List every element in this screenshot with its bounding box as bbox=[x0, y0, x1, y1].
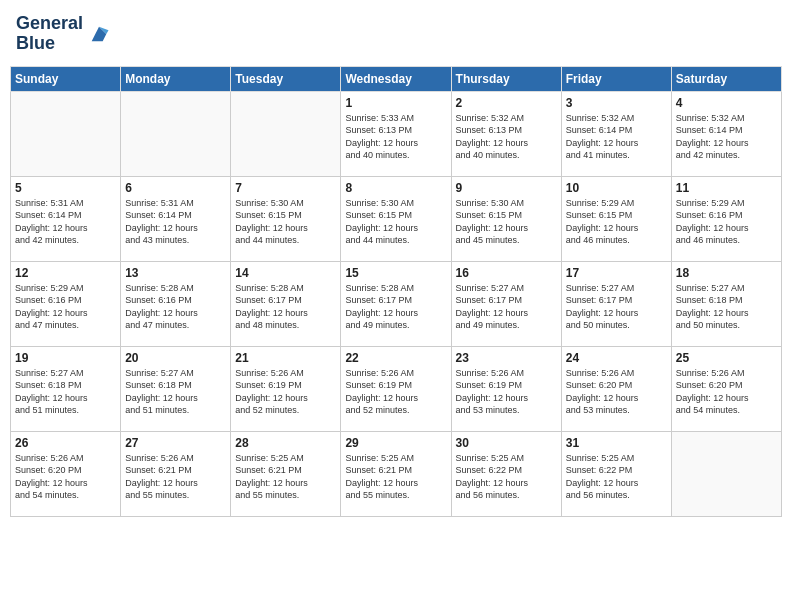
calendar-cell: 18Sunrise: 5:27 AM Sunset: 6:18 PM Dayli… bbox=[671, 261, 781, 346]
calendar-cell: 15Sunrise: 5:28 AM Sunset: 6:17 PM Dayli… bbox=[341, 261, 451, 346]
day-number: 10 bbox=[566, 181, 667, 195]
day-number: 3 bbox=[566, 96, 667, 110]
day-info: Sunrise: 5:25 AM Sunset: 6:21 PM Dayligh… bbox=[235, 452, 336, 502]
day-number: 26 bbox=[15, 436, 116, 450]
calendar-cell: 14Sunrise: 5:28 AM Sunset: 6:17 PM Dayli… bbox=[231, 261, 341, 346]
calendar-cell: 16Sunrise: 5:27 AM Sunset: 6:17 PM Dayli… bbox=[451, 261, 561, 346]
logo-text: GeneralBlue bbox=[16, 14, 83, 54]
day-number: 7 bbox=[235, 181, 336, 195]
day-info: Sunrise: 5:30 AM Sunset: 6:15 PM Dayligh… bbox=[456, 197, 557, 247]
calendar-cell bbox=[11, 91, 121, 176]
day-info: Sunrise: 5:29 AM Sunset: 6:15 PM Dayligh… bbox=[566, 197, 667, 247]
calendar-week-1: 1Sunrise: 5:33 AM Sunset: 6:13 PM Daylig… bbox=[11, 91, 782, 176]
day-number: 11 bbox=[676, 181, 777, 195]
day-number: 20 bbox=[125, 351, 226, 365]
calendar-cell: 29Sunrise: 5:25 AM Sunset: 6:21 PM Dayli… bbox=[341, 431, 451, 516]
day-number: 8 bbox=[345, 181, 446, 195]
calendar-header-friday: Friday bbox=[561, 66, 671, 91]
calendar-header-thursday: Thursday bbox=[451, 66, 561, 91]
day-number: 31 bbox=[566, 436, 667, 450]
day-info: Sunrise: 5:27 AM Sunset: 6:18 PM Dayligh… bbox=[15, 367, 116, 417]
calendar-cell: 22Sunrise: 5:26 AM Sunset: 6:19 PM Dayli… bbox=[341, 346, 451, 431]
day-number: 25 bbox=[676, 351, 777, 365]
calendar-cell bbox=[231, 91, 341, 176]
logo-icon bbox=[88, 23, 110, 45]
calendar-cell: 30Sunrise: 5:25 AM Sunset: 6:22 PM Dayli… bbox=[451, 431, 561, 516]
day-number: 12 bbox=[15, 266, 116, 280]
day-number: 5 bbox=[15, 181, 116, 195]
calendar-header-monday: Monday bbox=[121, 66, 231, 91]
calendar-cell: 5Sunrise: 5:31 AM Sunset: 6:14 PM Daylig… bbox=[11, 176, 121, 261]
calendar-cell: 7Sunrise: 5:30 AM Sunset: 6:15 PM Daylig… bbox=[231, 176, 341, 261]
calendar-cell: 26Sunrise: 5:26 AM Sunset: 6:20 PM Dayli… bbox=[11, 431, 121, 516]
day-info: Sunrise: 5:27 AM Sunset: 6:17 PM Dayligh… bbox=[566, 282, 667, 332]
day-info: Sunrise: 5:31 AM Sunset: 6:14 PM Dayligh… bbox=[125, 197, 226, 247]
day-info: Sunrise: 5:30 AM Sunset: 6:15 PM Dayligh… bbox=[235, 197, 336, 247]
calendar-cell: 9Sunrise: 5:30 AM Sunset: 6:15 PM Daylig… bbox=[451, 176, 561, 261]
calendar-cell: 1Sunrise: 5:33 AM Sunset: 6:13 PM Daylig… bbox=[341, 91, 451, 176]
day-info: Sunrise: 5:28 AM Sunset: 6:16 PM Dayligh… bbox=[125, 282, 226, 332]
calendar-cell: 6Sunrise: 5:31 AM Sunset: 6:14 PM Daylig… bbox=[121, 176, 231, 261]
day-info: Sunrise: 5:27 AM Sunset: 6:17 PM Dayligh… bbox=[456, 282, 557, 332]
day-number: 16 bbox=[456, 266, 557, 280]
day-info: Sunrise: 5:30 AM Sunset: 6:15 PM Dayligh… bbox=[345, 197, 446, 247]
day-number: 18 bbox=[676, 266, 777, 280]
day-info: Sunrise: 5:26 AM Sunset: 6:20 PM Dayligh… bbox=[15, 452, 116, 502]
calendar-cell: 27Sunrise: 5:26 AM Sunset: 6:21 PM Dayli… bbox=[121, 431, 231, 516]
day-info: Sunrise: 5:28 AM Sunset: 6:17 PM Dayligh… bbox=[345, 282, 446, 332]
calendar-cell: 4Sunrise: 5:32 AM Sunset: 6:14 PM Daylig… bbox=[671, 91, 781, 176]
day-info: Sunrise: 5:33 AM Sunset: 6:13 PM Dayligh… bbox=[345, 112, 446, 162]
day-number: 27 bbox=[125, 436, 226, 450]
calendar-cell: 12Sunrise: 5:29 AM Sunset: 6:16 PM Dayli… bbox=[11, 261, 121, 346]
calendar-week-2: 5Sunrise: 5:31 AM Sunset: 6:14 PM Daylig… bbox=[11, 176, 782, 261]
calendar-cell: 2Sunrise: 5:32 AM Sunset: 6:13 PM Daylig… bbox=[451, 91, 561, 176]
calendar-cell: 28Sunrise: 5:25 AM Sunset: 6:21 PM Dayli… bbox=[231, 431, 341, 516]
day-info: Sunrise: 5:26 AM Sunset: 6:19 PM Dayligh… bbox=[235, 367, 336, 417]
calendar-cell: 11Sunrise: 5:29 AM Sunset: 6:16 PM Dayli… bbox=[671, 176, 781, 261]
day-number: 17 bbox=[566, 266, 667, 280]
calendar-week-3: 12Sunrise: 5:29 AM Sunset: 6:16 PM Dayli… bbox=[11, 261, 782, 346]
day-info: Sunrise: 5:29 AM Sunset: 6:16 PM Dayligh… bbox=[15, 282, 116, 332]
day-number: 15 bbox=[345, 266, 446, 280]
day-info: Sunrise: 5:32 AM Sunset: 6:13 PM Dayligh… bbox=[456, 112, 557, 162]
day-info: Sunrise: 5:25 AM Sunset: 6:22 PM Dayligh… bbox=[566, 452, 667, 502]
calendar-cell: 24Sunrise: 5:26 AM Sunset: 6:20 PM Dayli… bbox=[561, 346, 671, 431]
calendar-cell: 3Sunrise: 5:32 AM Sunset: 6:14 PM Daylig… bbox=[561, 91, 671, 176]
day-number: 14 bbox=[235, 266, 336, 280]
calendar-cell: 17Sunrise: 5:27 AM Sunset: 6:17 PM Dayli… bbox=[561, 261, 671, 346]
calendar-week-4: 19Sunrise: 5:27 AM Sunset: 6:18 PM Dayli… bbox=[11, 346, 782, 431]
day-number: 22 bbox=[345, 351, 446, 365]
calendar-cell: 19Sunrise: 5:27 AM Sunset: 6:18 PM Dayli… bbox=[11, 346, 121, 431]
day-number: 6 bbox=[125, 181, 226, 195]
calendar-cell: 13Sunrise: 5:28 AM Sunset: 6:16 PM Dayli… bbox=[121, 261, 231, 346]
day-info: Sunrise: 5:26 AM Sunset: 6:20 PM Dayligh… bbox=[566, 367, 667, 417]
day-number: 9 bbox=[456, 181, 557, 195]
day-info: Sunrise: 5:26 AM Sunset: 6:20 PM Dayligh… bbox=[676, 367, 777, 417]
calendar-table: SundayMondayTuesdayWednesdayThursdayFrid… bbox=[10, 66, 782, 517]
logo: GeneralBlue bbox=[16, 14, 110, 54]
calendar-header-sunday: Sunday bbox=[11, 66, 121, 91]
day-number: 24 bbox=[566, 351, 667, 365]
day-info: Sunrise: 5:28 AM Sunset: 6:17 PM Dayligh… bbox=[235, 282, 336, 332]
day-info: Sunrise: 5:32 AM Sunset: 6:14 PM Dayligh… bbox=[566, 112, 667, 162]
calendar-header-tuesday: Tuesday bbox=[231, 66, 341, 91]
day-info: Sunrise: 5:29 AM Sunset: 6:16 PM Dayligh… bbox=[676, 197, 777, 247]
day-info: Sunrise: 5:26 AM Sunset: 6:21 PM Dayligh… bbox=[125, 452, 226, 502]
day-number: 19 bbox=[15, 351, 116, 365]
day-number: 28 bbox=[235, 436, 336, 450]
day-info: Sunrise: 5:27 AM Sunset: 6:18 PM Dayligh… bbox=[125, 367, 226, 417]
calendar-cell: 31Sunrise: 5:25 AM Sunset: 6:22 PM Dayli… bbox=[561, 431, 671, 516]
calendar-cell: 8Sunrise: 5:30 AM Sunset: 6:15 PM Daylig… bbox=[341, 176, 451, 261]
calendar-header-wednesday: Wednesday bbox=[341, 66, 451, 91]
day-number: 13 bbox=[125, 266, 226, 280]
day-info: Sunrise: 5:25 AM Sunset: 6:21 PM Dayligh… bbox=[345, 452, 446, 502]
page-header: GeneralBlue bbox=[10, 10, 782, 58]
calendar-cell: 23Sunrise: 5:26 AM Sunset: 6:19 PM Dayli… bbox=[451, 346, 561, 431]
calendar-header-row: SundayMondayTuesdayWednesdayThursdayFrid… bbox=[11, 66, 782, 91]
day-number: 30 bbox=[456, 436, 557, 450]
day-number: 2 bbox=[456, 96, 557, 110]
calendar-cell bbox=[671, 431, 781, 516]
calendar-cell: 10Sunrise: 5:29 AM Sunset: 6:15 PM Dayli… bbox=[561, 176, 671, 261]
calendar-cell bbox=[121, 91, 231, 176]
day-info: Sunrise: 5:25 AM Sunset: 6:22 PM Dayligh… bbox=[456, 452, 557, 502]
